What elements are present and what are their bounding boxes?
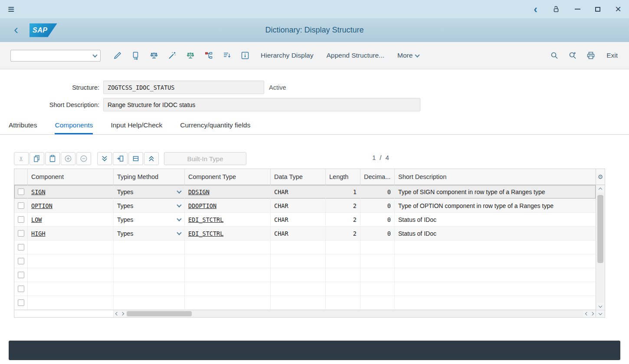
hierarchy-display-button[interactable]: Hierarchy Display — [254, 47, 320, 64]
hscroll-thumb[interactable] — [127, 311, 192, 316]
search-next-icon[interactable] — [563, 47, 582, 64]
row-checkbox[interactable] — [18, 299, 24, 306]
col-header-component-type[interactable]: Component Type — [185, 169, 271, 185]
row-checkbox[interactable] — [18, 216, 24, 223]
close-icon[interactable]: × — [615, 4, 621, 14]
col-header-data-type[interactable]: Data Type — [271, 169, 326, 185]
move-down-button[interactable] — [97, 152, 112, 165]
tab-input-help-check[interactable]: Input Help/Check — [111, 117, 162, 134]
scroll-left-icon[interactable] — [583, 310, 590, 317]
component-cell[interactable] — [28, 254, 114, 268]
component-link[interactable]: HIGH — [31, 230, 46, 237]
table-row[interactable]: SIGN Types DDSIGN CHAR 1 0 Type of SIGN … — [14, 185, 596, 199]
back-chevron-icon[interactable]: ‹ — [534, 3, 537, 15]
check-consistency-icon[interactable] — [145, 47, 163, 64]
tab-currency-quantity-fields[interactable]: Currency/quantity fields — [180, 117, 250, 134]
session-lock-icon[interactable] — [552, 5, 560, 13]
print-icon[interactable] — [582, 47, 600, 64]
add-row-button[interactable] — [61, 152, 75, 165]
row-checkbox[interactable] — [18, 272, 24, 278]
delete-row-button[interactable] — [128, 152, 143, 165]
copy-button[interactable] — [29, 152, 44, 165]
hscroll-track[interactable] — [126, 310, 583, 317]
typing-method-cell[interactable]: Types — [114, 185, 185, 198]
vscroll-thumb[interactable] — [597, 195, 603, 263]
table-row[interactable]: HIGH Types EDI_STCTRL CHAR 2 0 Status of… — [14, 227, 596, 240]
exit-button[interactable]: Exit — [600, 47, 619, 64]
built-in-type-button[interactable]: Built-In Type — [164, 152, 246, 165]
table-settings-button[interactable]: ⚙ — [596, 169, 605, 185]
component-cell[interactable] — [28, 282, 114, 296]
tab-components[interactable]: Components — [55, 117, 93, 134]
table-row[interactable]: OPTION Types DDOPTION CHAR 2 0 Type of O… — [14, 199, 596, 213]
cut-button[interactable]: ✂ — [14, 152, 29, 165]
component-cell[interactable] — [28, 296, 114, 309]
move-up-button[interactable] — [144, 152, 159, 165]
typing-method-cell[interactable]: Types — [114, 199, 185, 212]
typing-method-cell[interactable]: Types — [114, 227, 185, 240]
object-list-icon[interactable] — [218, 47, 236, 64]
chevron-down-icon[interactable] — [92, 52, 97, 57]
where-used-icon[interactable] — [200, 47, 218, 64]
chevron-down-icon[interactable] — [177, 216, 181, 221]
structure-input[interactable]: ZOGTCSS_IDOC_STATUS — [103, 81, 264, 94]
component-link[interactable]: SIGN — [31, 188, 46, 195]
select-all-header[interactable] — [14, 169, 28, 185]
short-description-input[interactable]: Range Structure for IDOC status — [103, 98, 420, 111]
row-checkbox[interactable] — [18, 258, 24, 264]
other-object-icon[interactable] — [127, 47, 145, 64]
activate-icon[interactable] — [163, 47, 181, 64]
table-row-empty[interactable] — [14, 282, 596, 296]
insert-row-button[interactable] — [113, 152, 128, 165]
component-type-link[interactable]: DDOPTION — [188, 202, 216, 209]
component-type-link[interactable]: DDSIGN — [188, 188, 210, 195]
component-type-link[interactable]: EDI_STCTRL — [188, 230, 223, 237]
scroll-right-icon[interactable] — [120, 310, 126, 317]
maximize-icon[interactable] — [595, 7, 600, 12]
component-link[interactable]: OPTION — [31, 202, 52, 209]
chevron-down-icon[interactable] — [177, 230, 181, 235]
navigate-back-icon[interactable]: ‹ — [14, 23, 18, 36]
col-header-component[interactable]: Component — [28, 169, 114, 185]
table-row-empty[interactable] — [14, 254, 596, 268]
component-cell[interactable] — [28, 268, 114, 282]
chevron-down-icon[interactable] — [177, 188, 181, 193]
component-cell[interactable] — [28, 240, 114, 254]
scroll-down-icon[interactable] — [596, 303, 605, 310]
component-link[interactable]: LOW — [31, 216, 42, 223]
scrollbar-corner[interactable] — [596, 310, 605, 317]
table-row-empty[interactable] — [14, 268, 596, 282]
chevron-down-icon[interactable] — [177, 202, 181, 207]
paste-button[interactable] — [45, 152, 60, 165]
display-change-icon[interactable] — [108, 47, 127, 64]
more-button[interactable]: More — [391, 47, 426, 64]
col-header-length[interactable]: Length — [326, 169, 360, 185]
col-header-decimals[interactable]: Decima... — [360, 169, 395, 185]
tab-attributes[interactable]: Attributes — [9, 117, 37, 134]
col-header-short-description[interactable]: Short Description — [395, 169, 596, 185]
command-field[interactable] — [10, 50, 101, 62]
row-checkbox[interactable] — [18, 230, 24, 237]
scroll-left-icon[interactable] — [114, 310, 120, 317]
component-type-link[interactable]: EDI_STCTRL — [188, 216, 223, 223]
append-structure-button[interactable]: Append Structure... — [320, 47, 391, 64]
table-row-empty[interactable] — [14, 240, 596, 254]
row-checkbox[interactable] — [18, 286, 24, 292]
typing-method-cell[interactable]: Types — [114, 213, 185, 226]
table-row[interactable]: LOW Types EDI_STCTRL CHAR 2 0 Status of … — [14, 213, 596, 227]
table-row-empty[interactable] — [14, 296, 596, 310]
search-icon[interactable] — [545, 47, 563, 64]
remove-row-button[interactable] — [76, 152, 91, 165]
col-header-typing-method[interactable]: Typing Method — [114, 169, 185, 185]
page-current[interactable]: 1 — [372, 154, 376, 161]
row-checkbox[interactable] — [18, 244, 24, 250]
scroll-right-icon[interactable] — [590, 310, 596, 317]
scroll-up-icon[interactable] — [596, 185, 605, 192]
row-checkbox[interactable] — [18, 202, 24, 209]
vscroll-track[interactable] — [597, 192, 604, 302]
runtime-object-icon[interactable] — [181, 47, 200, 64]
minimize-icon[interactable] — [575, 9, 580, 10]
row-checkbox[interactable] — [18, 188, 24, 195]
info-icon[interactable] — [236, 47, 254, 64]
hamburger-menu-icon[interactable]: ≡ — [8, 3, 14, 15]
